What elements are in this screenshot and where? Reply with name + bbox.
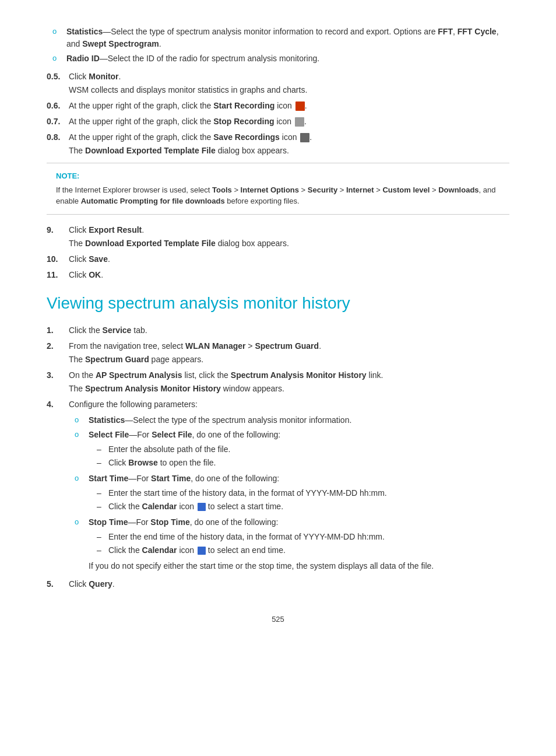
step-7: 7. At the upper right of the graph, clic… <box>47 116 509 128</box>
save-recordings-icon <box>300 133 309 142</box>
step-5-sub: WSM collects and displays monitor statis… <box>69 84 509 96</box>
bullet-statistics-section: o Statistics—Select the type of the spec… <box>69 414 509 426</box>
bullet-radio-id: o Radio ID—Select the ID of the radio fo… <box>47 52 509 65</box>
section-step-4: 4. Configure the following parameters: o… <box>47 398 509 575</box>
section-step-1-number: 1. <box>47 324 69 337</box>
bullet-circle-icon: o <box>75 516 89 572</box>
step-8-sub: The Download Exported Template File dial… <box>69 145 509 157</box>
bullet-select-file-text: Select File—For Select File, do one of t… <box>89 429 280 470</box>
step-8-number: 8. <box>47 131 69 157</box>
step-10: 10. Click Save. <box>47 253 509 265</box>
section-step-2-sub: The Spectrum Guard page appears. <box>69 354 509 366</box>
section-step-1: 1. Click the Service tab. <box>47 324 509 337</box>
sub-bullet-stop-calendar: – Click the Calendar icon to select an e… <box>89 544 434 556</box>
section-step-1-content: Click the Service tab. <box>69 324 509 337</box>
step-5-number: 5. <box>47 71 69 96</box>
section-step-4-content: Configure the following parameters: o St… <box>69 398 509 575</box>
page-number: 525 <box>47 614 509 625</box>
step-7-content: At the upper right of the graph, click t… <box>69 116 509 128</box>
bullet-circle-icon: o <box>75 429 89 470</box>
step-10-number: 10. <box>47 253 69 265</box>
section-step-3-content: On the AP Spectrum Analysis list, click … <box>69 369 509 395</box>
step-11-content: Click OK. <box>69 269 509 281</box>
bullet-start-time-text: Start Time—For Start Time, do one of the… <box>89 473 387 514</box>
section-step-2-number: 2. <box>47 340 69 366</box>
step-8-content: At the upper right of the graph, click t… <box>69 131 509 157</box>
note-box: NOTE: If the Internet Explorer browser i… <box>47 163 509 215</box>
step-5-content: Click Monitor. WSM collects and displays… <box>69 71 509 96</box>
dash-icon: – <box>97 443 108 456</box>
bullet-statistics-section-text: Statistics—Select the type of the spectr… <box>89 414 351 426</box>
step-10-content: Click Save. <box>69 253 509 265</box>
sub-bullet-absolute-path: – Enter the absolute path of the file. <box>89 443 280 456</box>
step-7-number: 7. <box>47 116 69 128</box>
bullet-circle-icon: o <box>75 414 89 426</box>
section-step-3-sub: The Spectrum Analysis Monitor History wi… <box>69 383 509 395</box>
section-step-3-number: 3. <box>47 369 69 395</box>
section-step-5-content: Click Query. <box>69 578 509 590</box>
note-text: If the Internet Explorer browser is used… <box>56 184 500 207</box>
calendar-icon <box>198 547 206 555</box>
step-6-content: At the upper right of the graph, click t… <box>69 100 509 112</box>
dash-icon: – <box>97 487 108 499</box>
bullet-stop-time: o Stop Time—For Stop Time, do one of the… <box>69 516 509 572</box>
dash-icon: – <box>97 501 108 513</box>
dash-icon: – <box>97 457 108 469</box>
sub-bullet-start-time-enter: – Enter the start time of the history da… <box>89 487 387 499</box>
bullet-circle-icon: o <box>52 52 66 65</box>
step-9-sub: The Download Exported Template File dial… <box>69 237 509 250</box>
stop-time-note: If you do not specify either the start t… <box>89 560 434 572</box>
sub-bullet-start-calendar: – Click the Calendar icon to select a st… <box>89 501 387 513</box>
bullet-circle-icon: o <box>52 26 66 50</box>
bullet-radio-id-text: Radio ID—Select the ID of the radio for … <box>66 52 319 65</box>
step-8: 8. At the upper right of the graph, clic… <box>47 131 509 157</box>
sub-bullet-browse: – Click Browse to open the file. <box>89 457 280 469</box>
section-heading: Viewing spectrum analysis monitor histor… <box>47 293 509 314</box>
section-step-2: 2. From the navigation tree, select WLAN… <box>47 340 509 366</box>
bullet-select-file: o Select File—For Select File, do one of… <box>69 429 509 470</box>
section-step-4-number: 4. <box>47 398 69 575</box>
bullet-start-time: o Start Time—For Start Time, do one of t… <box>69 473 509 514</box>
step-5: 5. Click Monitor. WSM collects and displ… <box>47 71 509 96</box>
step-11-number: 11. <box>47 269 69 281</box>
stop-recording-icon <box>295 117 304 127</box>
section-step-2-content: From the navigation tree, select WLAN Ma… <box>69 340 509 366</box>
bullet-statistics: o Statistics—Select the type of spectrum… <box>47 26 509 50</box>
section-step-5-number: 5. <box>47 578 69 590</box>
bullet-statistics-text: Statistics—Select the type of spectrum a… <box>66 26 509 50</box>
section-step-5: 5. Click Query. <box>47 578 509 590</box>
bullet-stop-time-text: Stop Time—For Stop Time, do one of the f… <box>89 516 434 572</box>
bullet-circle-icon: o <box>75 473 89 514</box>
step-6-number: 6. <box>47 100 69 112</box>
dash-icon: – <box>97 531 108 543</box>
step-6: 6. At the upper right of the graph, clic… <box>47 100 509 112</box>
calendar-icon <box>198 503 206 511</box>
step-9-number: 9. <box>47 224 69 250</box>
step-11: 11. Click OK. <box>47 269 509 281</box>
section-step-3: 3. On the AP Spectrum Analysis list, cli… <box>47 369 509 395</box>
start-recording-icon <box>295 102 305 111</box>
dash-icon: – <box>97 544 108 556</box>
sub-bullet-stop-time-enter: – Enter the end time of the history data… <box>89 531 434 543</box>
step-9-content: Click Export Result. The Download Export… <box>69 224 509 250</box>
step-9: 9. Click Export Result. The Download Exp… <box>47 224 509 250</box>
note-label: NOTE: <box>56 170 500 182</box>
